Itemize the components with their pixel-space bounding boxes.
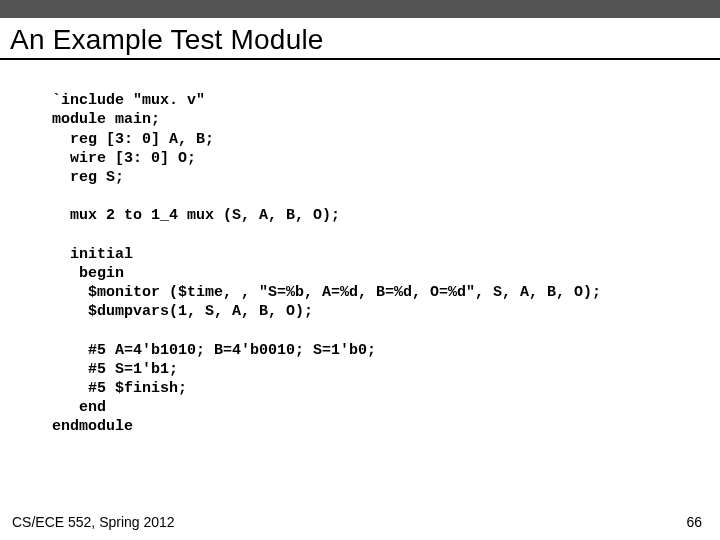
slide-top-bar (0, 0, 720, 18)
code-line: #5 A=4'b1010; B=4'b0010; S=1'b0; (52, 342, 376, 359)
code-line: wire [3: 0] O; (52, 150, 196, 167)
code-line: end (52, 399, 106, 416)
code-line: module main; (52, 111, 160, 128)
slide-footer: CS/ECE 552, Spring 2012 66 (12, 514, 702, 530)
code-line: reg [3: 0] A, B; (52, 131, 214, 148)
code-line: reg S; (52, 169, 124, 186)
code-line: endmodule (52, 418, 133, 435)
code-line: #5 S=1'b1; (52, 361, 178, 378)
code-line: #5 $finish; (52, 380, 187, 397)
code-line: mux 2 to 1_4 mux (S, A, B, O); (52, 207, 340, 224)
code-line: $monitor ($time, , "S=%b, A=%d, B=%d, O=… (52, 284, 601, 301)
code-block: `include "mux. v" module main; reg [3: 0… (0, 70, 720, 437)
code-line: $dumpvars(1, S, A, B, O); (52, 303, 313, 320)
title-divider (0, 58, 720, 60)
code-line: begin (52, 265, 124, 282)
code-line: `include "mux. v" (52, 92, 205, 109)
slide-title: An Example Test Module (0, 18, 720, 58)
footer-page-number: 66 (686, 514, 702, 530)
footer-course: CS/ECE 552, Spring 2012 (12, 514, 175, 530)
code-line: initial (52, 246, 133, 263)
